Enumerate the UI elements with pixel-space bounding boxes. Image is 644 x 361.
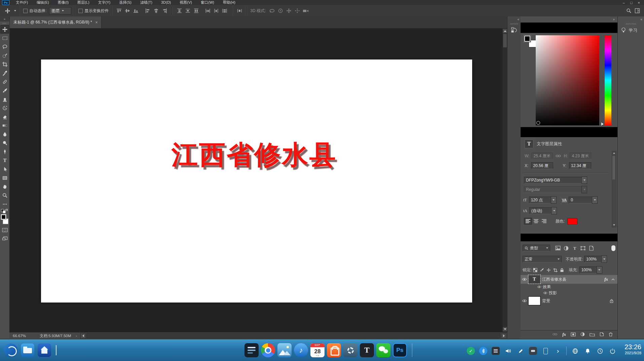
add-layer-style-button[interactable]: fx bbox=[562, 332, 566, 337]
menu-layer[interactable]: 图层(L) bbox=[73, 0, 93, 5]
font-size-chevron-icon[interactable] bbox=[551, 196, 557, 204]
photoshop-app-icon[interactable]: Ps bbox=[2, 0, 9, 5]
width-field[interactable]: 25.4 厘米 bbox=[531, 153, 553, 159]
drop-shadow-eye-icon[interactable] bbox=[541, 291, 549, 294]
spot-healing-brush-tool[interactable] bbox=[0, 77, 9, 86]
clone-stamp-tool[interactable] bbox=[0, 95, 9, 104]
lock-all-icon[interactable] bbox=[559, 266, 565, 274]
volume-icon[interactable] bbox=[504, 347, 512, 355]
layer-drop-shadow-row[interactable]: 投影 bbox=[521, 290, 617, 296]
scroll-left-icon[interactable] bbox=[80, 333, 86, 339]
3d-pan-icon[interactable] bbox=[285, 7, 293, 14]
screenshot-pen-icon[interactable] bbox=[517, 347, 525, 355]
align-top-edges-icon[interactable] bbox=[115, 7, 123, 14]
filter-type-layers-icon[interactable]: T bbox=[570, 244, 579, 252]
auto-select-target-dropdown[interactable]: 图层 bbox=[49, 7, 71, 14]
file-manager-icon[interactable] bbox=[21, 344, 34, 357]
align-text-center-button[interactable] bbox=[532, 218, 540, 225]
network-icon[interactable] bbox=[571, 347, 579, 355]
type-tool[interactable]: T bbox=[0, 156, 9, 165]
learn-panel-button[interactable]: 学习 bbox=[618, 25, 644, 33]
keyboard-layout-icon[interactable] bbox=[492, 347, 500, 355]
align-right-edges-icon[interactable] bbox=[160, 7, 169, 14]
layer-filter-dropdown[interactable]: 类型 bbox=[523, 245, 550, 251]
panel-fg-bg-swatches[interactable] bbox=[524, 35, 536, 47]
link-dimensions-icon[interactable] bbox=[556, 154, 561, 158]
menu-edit[interactable]: 编辑(E) bbox=[32, 0, 53, 5]
history-brush-tool[interactable] bbox=[0, 104, 9, 112]
close-button[interactable]: × bbox=[638, 1, 640, 5]
search-icon[interactable] bbox=[624, 7, 633, 14]
menu-filter[interactable]: 滤镜(T) bbox=[136, 0, 157, 5]
3d-camera-icon[interactable] bbox=[301, 7, 310, 14]
foreground-background-colors[interactable] bbox=[0, 214, 9, 224]
fill-chevron-icon[interactable] bbox=[597, 266, 602, 274]
3d-orbit-icon[interactable] bbox=[268, 7, 276, 14]
foreground-color-swatch[interactable] bbox=[1, 214, 6, 220]
menu-file[interactable]: 文件(F) bbox=[11, 0, 32, 5]
menu-window[interactable]: 窗口(W) bbox=[196, 0, 219, 5]
filter-toggle-pin[interactable] bbox=[611, 245, 615, 251]
screen-mode-icon[interactable] bbox=[0, 234, 9, 243]
hue-slider-arrow[interactable] bbox=[601, 122, 604, 126]
document-tab[interactable]: 未标题-1 @ 66.7% (江西省修水县, RGB/8) * × bbox=[9, 16, 102, 28]
x-position-field[interactable]: 20.56 厘 bbox=[531, 162, 553, 169]
leading-chevron-icon[interactable] bbox=[551, 207, 557, 214]
effects-eye-icon[interactable] bbox=[535, 285, 543, 288]
layer-name[interactable]: 江西省修水县 bbox=[542, 277, 566, 282]
layer-row-background[interactable]: 背景 bbox=[521, 296, 617, 305]
history-panel-icon[interactable] bbox=[507, 25, 521, 33]
brush-tool[interactable] bbox=[0, 86, 9, 95]
show-transform-checkbox[interactable] bbox=[78, 9, 83, 13]
phone-link-icon[interactable] bbox=[541, 347, 550, 355]
scroll-down-icon[interactable] bbox=[502, 327, 507, 332]
lock-position-icon[interactable] bbox=[545, 266, 552, 274]
status-expand-icon[interactable]: › bbox=[76, 334, 77, 338]
align-vertical-centers-icon[interactable] bbox=[123, 7, 132, 14]
lock-image-pixels-icon[interactable] bbox=[538, 266, 545, 274]
fill-field[interactable]: 100% bbox=[579, 267, 597, 273]
eraser-tool[interactable] bbox=[0, 112, 9, 121]
canvas-area[interactable]: 江西省修水县 bbox=[9, 28, 507, 332]
layer-row-text[interactable]: T 江西省修水县 fx bbox=[521, 275, 617, 284]
tool-preset-chevron-icon[interactable] bbox=[14, 10, 16, 11]
align-bottom-edges-icon[interactable] bbox=[132, 7, 140, 14]
zoom-tool[interactable] bbox=[0, 191, 9, 200]
color-field[interactable] bbox=[536, 35, 599, 125]
wechat-icon[interactable] bbox=[376, 343, 390, 357]
rectangle-shape-tool[interactable] bbox=[0, 173, 9, 182]
new-adjustment-layer-icon[interactable] bbox=[580, 332, 585, 336]
collapse-effects-chevron-icon[interactable] bbox=[611, 278, 615, 281]
lock-transparent-pixels-icon[interactable] bbox=[532, 266, 538, 274]
launchpad-icon[interactable] bbox=[244, 343, 259, 357]
right-dock-collapse-icon[interactable]: « bbox=[618, 16, 644, 22]
new-layer-icon[interactable] bbox=[600, 332, 604, 336]
text-layer-thumbnail[interactable]: T bbox=[529, 275, 540, 283]
font-style-dropdown[interactable]: Regular bbox=[524, 186, 582, 193]
horizontal-scrollbar[interactable] bbox=[86, 333, 500, 338]
background-eye-icon[interactable] bbox=[521, 299, 528, 303]
scroll-right-icon[interactable] bbox=[501, 333, 506, 339]
auto-select-checkbox[interactable] bbox=[23, 9, 28, 13]
properties-panel-header[interactable] bbox=[521, 127, 617, 137]
height-field[interactable]: 4.23 厘米 bbox=[570, 153, 591, 159]
distribute-spacing-icon[interactable] bbox=[235, 7, 244, 14]
align-text-right-button[interactable] bbox=[540, 218, 548, 225]
menu-type[interactable]: 文字(Y) bbox=[94, 0, 115, 5]
delete-layer-icon[interactable] bbox=[609, 332, 613, 336]
pen-tool[interactable] bbox=[0, 147, 9, 156]
chrome-icon[interactable] bbox=[261, 343, 275, 357]
blur-tool[interactable] bbox=[0, 130, 9, 138]
filter-smart-objects-icon[interactable] bbox=[587, 244, 596, 252]
crop-tool[interactable] bbox=[0, 60, 9, 69]
font-style-chevron-icon[interactable] bbox=[581, 186, 587, 193]
hue-slider[interactable] bbox=[605, 35, 611, 125]
align-horizontal-centers-icon[interactable] bbox=[152, 7, 160, 14]
sync-status-icon[interactable]: ✓ bbox=[467, 347, 475, 355]
settings-gear-icon[interactable] bbox=[343, 343, 357, 357]
app-store-home-icon[interactable] bbox=[38, 344, 51, 357]
vertical-scrollbar[interactable] bbox=[502, 28, 507, 332]
disk-mount-icon[interactable] bbox=[529, 347, 537, 355]
tab-close-icon[interactable]: × bbox=[96, 20, 98, 25]
launcher-icon[interactable] bbox=[4, 344, 17, 357]
